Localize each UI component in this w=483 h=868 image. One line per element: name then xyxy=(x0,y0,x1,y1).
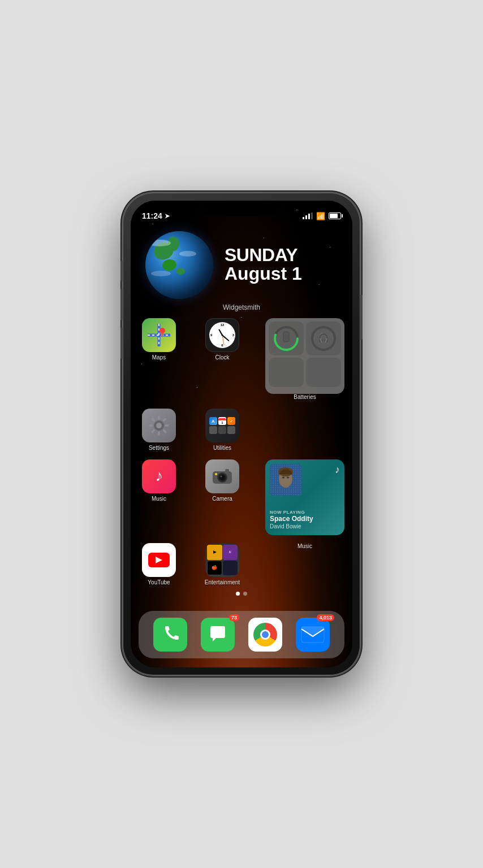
battery-icon xyxy=(329,212,341,219)
battery-empty-1 xyxy=(269,358,304,387)
clock-face: 12 3 6 9 xyxy=(209,322,235,348)
mail-badge: 4,013 xyxy=(317,614,334,621)
app-row-2: Settings A xyxy=(139,409,344,452)
song-artist: David Bowie xyxy=(270,523,340,530)
chrome-inner xyxy=(260,630,270,640)
date-month: August 1 xyxy=(225,264,302,284)
volume-down-button[interactable] xyxy=(120,327,123,359)
date-day: SUNDAY xyxy=(225,246,302,264)
signal-bar-2 xyxy=(305,215,307,219)
entertainment-icon: ▶ R 🍎 xyxy=(205,543,239,577)
phone-dock-icon xyxy=(153,618,187,652)
entertainment-grid: ▶ R 🍎 xyxy=(205,543,239,577)
clock-icon: 12 3 6 9 xyxy=(205,318,239,352)
chrome-dock-app[interactable] xyxy=(248,618,282,652)
widget-label: Widgetsmith xyxy=(223,303,260,311)
music-widget-label: Music xyxy=(297,543,312,550)
youtube-app[interactable]: YouTube xyxy=(139,543,179,586)
batteries-widget-wrapper[interactable]: 🎧 Batteries xyxy=(265,318,344,401)
svg-rect-17 xyxy=(225,469,229,472)
music-icon: ♪ xyxy=(142,459,176,493)
dock: 73 4,013 xyxy=(139,611,344,658)
settings-label: Settings xyxy=(149,445,169,452)
date-display: SUNDAY August 1 xyxy=(225,246,302,284)
svg-point-1 xyxy=(159,328,165,333)
album-art xyxy=(270,464,301,496)
svg-point-10 xyxy=(156,423,162,428)
batteries-top-row: 🎧 xyxy=(269,322,341,355)
svg-point-15 xyxy=(219,475,225,480)
maps-app[interactable]: Maps xyxy=(139,318,179,361)
page-dot-2[interactable] xyxy=(243,592,247,596)
batteries-widget: 🎧 xyxy=(265,318,344,394)
phone-frame: 11:24 ➤ 📶 xyxy=(123,193,360,675)
time-display: 11:24 xyxy=(142,211,162,220)
music-widget-wrapper[interactable]: ♪ NOW PLAYING Space Oddity David Bowie xyxy=(265,459,344,535)
screen-content: SUNDAY August 1 Widgetsmith xyxy=(131,225,352,667)
signal-bars xyxy=(303,212,313,219)
utilities-icon: A 1 ✓ xyxy=(205,409,239,442)
utilities-app[interactable]: A 1 ✓ xyxy=(202,409,243,452)
widgetsmith-widget[interactable]: SUNDAY August 1 xyxy=(140,231,343,299)
messages-dock-app[interactable]: 73 xyxy=(201,618,235,652)
app-row-4: YouTube ▶ R xyxy=(139,543,344,586)
volume-up-button[interactable] xyxy=(120,289,123,320)
airpods-battery-cell: 🎧 xyxy=(306,322,341,355)
clock-app[interactable]: 12 3 6 9 xyxy=(202,318,243,361)
wifi-icon: 📶 xyxy=(316,212,325,220)
settings-app[interactable]: Settings xyxy=(139,409,179,452)
status-time: 11:24 ➤ xyxy=(142,211,170,220)
widget-area: SUNDAY August 1 Widgetsmith xyxy=(131,225,352,318)
entertainment-app[interactable]: ▶ R 🍎 xyxy=(202,543,243,586)
youtube-icon xyxy=(142,543,176,577)
svg-rect-5 xyxy=(284,342,288,342)
earth-globe xyxy=(145,231,213,299)
song-title: Space Oddity xyxy=(270,515,340,523)
svg-point-18 xyxy=(215,473,217,475)
chrome-circle xyxy=(253,623,277,646)
phone-screen: 11:24 ➤ 📶 xyxy=(131,201,352,667)
music-widget: ♪ NOW PLAYING Space Oddity David Bowie xyxy=(265,459,344,535)
signal-bar-4 xyxy=(311,212,313,219)
batteries-bottom-row xyxy=(269,358,341,387)
music-app[interactable]: ♪ Music xyxy=(139,459,179,502)
utilities-grid: A 1 ✓ xyxy=(207,415,238,436)
page-dot-1[interactable] xyxy=(236,592,240,596)
chrome-dock-icon xyxy=(248,618,282,652)
batteries-label: Batteries xyxy=(294,394,316,401)
app-row-3: ♪ Music xyxy=(139,459,344,535)
camera-icon xyxy=(205,459,239,493)
svg-rect-4 xyxy=(283,332,289,342)
svg-point-24 xyxy=(282,477,284,479)
youtube-label: YouTube xyxy=(148,579,170,586)
power-button[interactable] xyxy=(360,294,363,340)
svg-text:♪: ♪ xyxy=(155,467,163,484)
music-widget-label-space: Music xyxy=(265,543,344,550)
maps-label: Maps xyxy=(152,354,166,361)
signal-bar-3 xyxy=(308,214,310,219)
battery-fill xyxy=(330,214,338,218)
mail-dock-icon xyxy=(296,618,330,652)
mail-dock-app[interactable]: 4,013 xyxy=(296,618,330,652)
app-grid: Maps 12 3 6 9 xyxy=(131,318,352,586)
entertainment-label: Entertainment xyxy=(205,579,240,586)
svg-point-16 xyxy=(221,476,222,478)
messages-dock-icon xyxy=(201,618,235,652)
battery-empty-2 xyxy=(306,358,341,387)
signal-bar-1 xyxy=(303,217,304,219)
notch xyxy=(202,201,281,216)
maps-icon xyxy=(142,318,176,352)
svg-text:🎧: 🎧 xyxy=(318,332,329,343)
phone-dock-app[interactable] xyxy=(153,618,187,652)
camera-app[interactable]: Camera xyxy=(202,459,243,502)
utilities-label: Utilities xyxy=(213,445,231,452)
settings-icon xyxy=(142,409,176,442)
camera-label: Camera xyxy=(212,496,232,502)
location-icon: ➤ xyxy=(165,212,170,220)
music-label: Music xyxy=(152,496,166,502)
music-note-icon: ♪ xyxy=(335,464,340,476)
app-row-1: Maps 12 3 6 9 xyxy=(139,318,344,401)
messages-badge: 73 xyxy=(229,614,239,621)
youtube-play-triangle xyxy=(156,557,162,563)
youtube-play-button xyxy=(148,553,170,567)
